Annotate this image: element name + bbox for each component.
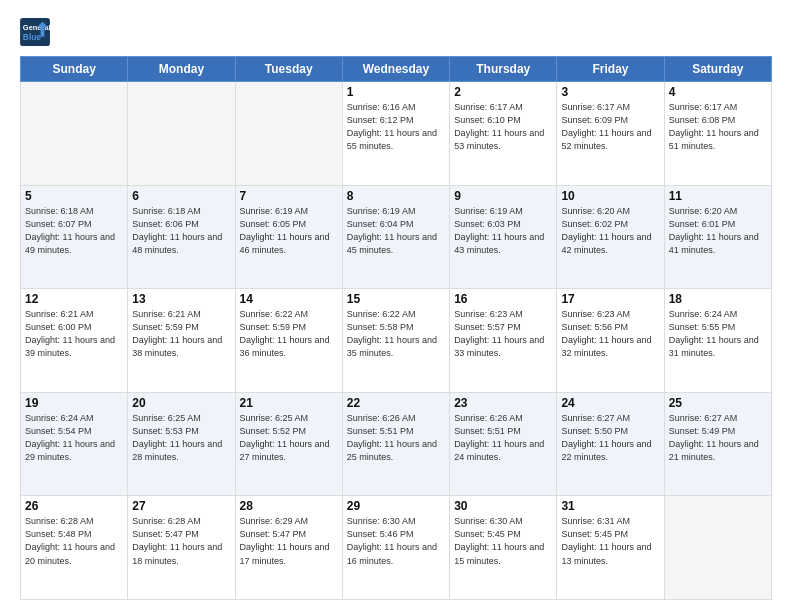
cell-info: Sunrise: 6:29 AMSunset: 5:47 PMDaylight:… <box>240 515 338 567</box>
calendar-cell: 21Sunrise: 6:25 AMSunset: 5:52 PMDayligh… <box>235 392 342 496</box>
day-number: 11 <box>669 189 767 203</box>
calendar-cell: 23Sunrise: 6:26 AMSunset: 5:51 PMDayligh… <box>450 392 557 496</box>
calendar-cell: 9Sunrise: 6:19 AMSunset: 6:03 PMDaylight… <box>450 185 557 289</box>
day-number: 17 <box>561 292 659 306</box>
day-number: 7 <box>240 189 338 203</box>
cell-info: Sunrise: 6:31 AMSunset: 5:45 PMDaylight:… <box>561 515 659 567</box>
day-number: 31 <box>561 499 659 513</box>
cell-info: Sunrise: 6:19 AMSunset: 6:05 PMDaylight:… <box>240 205 338 257</box>
calendar-cell: 13Sunrise: 6:21 AMSunset: 5:59 PMDayligh… <box>128 289 235 393</box>
day-number: 29 <box>347 499 445 513</box>
day-number: 25 <box>669 396 767 410</box>
calendar-cell: 28Sunrise: 6:29 AMSunset: 5:47 PMDayligh… <box>235 496 342 600</box>
cell-info: Sunrise: 6:17 AMSunset: 6:08 PMDaylight:… <box>669 101 767 153</box>
day-header-thursday: Thursday <box>450 57 557 82</box>
calendar-cell: 1Sunrise: 6:16 AMSunset: 6:12 PMDaylight… <box>342 82 449 186</box>
cell-info: Sunrise: 6:22 AMSunset: 5:59 PMDaylight:… <box>240 308 338 360</box>
svg-text:General: General <box>23 23 50 32</box>
svg-text:Blue: Blue <box>23 32 41 42</box>
cell-info: Sunrise: 6:26 AMSunset: 5:51 PMDaylight:… <box>347 412 445 464</box>
day-number: 10 <box>561 189 659 203</box>
cell-info: Sunrise: 6:30 AMSunset: 5:45 PMDaylight:… <box>454 515 552 567</box>
day-number: 18 <box>669 292 767 306</box>
week-row-2: 5Sunrise: 6:18 AMSunset: 6:07 PMDaylight… <box>21 185 772 289</box>
logo-icon: General Blue <box>20 18 50 46</box>
calendar-header-row: SundayMondayTuesdayWednesdayThursdayFrid… <box>21 57 772 82</box>
week-row-4: 19Sunrise: 6:24 AMSunset: 5:54 PMDayligh… <box>21 392 772 496</box>
calendar-cell: 14Sunrise: 6:22 AMSunset: 5:59 PMDayligh… <box>235 289 342 393</box>
cell-info: Sunrise: 6:20 AMSunset: 6:02 PMDaylight:… <box>561 205 659 257</box>
week-row-1: 1Sunrise: 6:16 AMSunset: 6:12 PMDaylight… <box>21 82 772 186</box>
cell-info: Sunrise: 6:19 AMSunset: 6:04 PMDaylight:… <box>347 205 445 257</box>
day-number: 6 <box>132 189 230 203</box>
calendar-cell: 22Sunrise: 6:26 AMSunset: 5:51 PMDayligh… <box>342 392 449 496</box>
calendar-cell <box>235 82 342 186</box>
cell-info: Sunrise: 6:27 AMSunset: 5:49 PMDaylight:… <box>669 412 767 464</box>
day-number: 3 <box>561 85 659 99</box>
day-number: 28 <box>240 499 338 513</box>
cell-info: Sunrise: 6:24 AMSunset: 5:54 PMDaylight:… <box>25 412 123 464</box>
calendar-cell: 24Sunrise: 6:27 AMSunset: 5:50 PMDayligh… <box>557 392 664 496</box>
calendar-cell: 19Sunrise: 6:24 AMSunset: 5:54 PMDayligh… <box>21 392 128 496</box>
day-header-friday: Friday <box>557 57 664 82</box>
day-number: 22 <box>347 396 445 410</box>
calendar-cell <box>21 82 128 186</box>
cell-info: Sunrise: 6:17 AMSunset: 6:10 PMDaylight:… <box>454 101 552 153</box>
cell-info: Sunrise: 6:21 AMSunset: 5:59 PMDaylight:… <box>132 308 230 360</box>
page: General Blue SundayMondayTuesdayWednesda… <box>0 0 792 612</box>
cell-info: Sunrise: 6:25 AMSunset: 5:53 PMDaylight:… <box>132 412 230 464</box>
day-number: 16 <box>454 292 552 306</box>
calendar-cell: 2Sunrise: 6:17 AMSunset: 6:10 PMDaylight… <box>450 82 557 186</box>
calendar-cell: 4Sunrise: 6:17 AMSunset: 6:08 PMDaylight… <box>664 82 771 186</box>
calendar-cell: 7Sunrise: 6:19 AMSunset: 6:05 PMDaylight… <box>235 185 342 289</box>
calendar-cell: 29Sunrise: 6:30 AMSunset: 5:46 PMDayligh… <box>342 496 449 600</box>
calendar-cell <box>128 82 235 186</box>
calendar-cell <box>664 496 771 600</box>
day-number: 24 <box>561 396 659 410</box>
calendar-cell: 5Sunrise: 6:18 AMSunset: 6:07 PMDaylight… <box>21 185 128 289</box>
day-number: 14 <box>240 292 338 306</box>
cell-info: Sunrise: 6:30 AMSunset: 5:46 PMDaylight:… <box>347 515 445 567</box>
calendar-cell: 11Sunrise: 6:20 AMSunset: 6:01 PMDayligh… <box>664 185 771 289</box>
day-header-monday: Monday <box>128 57 235 82</box>
day-number: 1 <box>347 85 445 99</box>
cell-info: Sunrise: 6:24 AMSunset: 5:55 PMDaylight:… <box>669 308 767 360</box>
calendar-cell: 16Sunrise: 6:23 AMSunset: 5:57 PMDayligh… <box>450 289 557 393</box>
cell-info: Sunrise: 6:20 AMSunset: 6:01 PMDaylight:… <box>669 205 767 257</box>
calendar-cell: 25Sunrise: 6:27 AMSunset: 5:49 PMDayligh… <box>664 392 771 496</box>
cell-info: Sunrise: 6:21 AMSunset: 6:00 PMDaylight:… <box>25 308 123 360</box>
calendar-cell: 30Sunrise: 6:30 AMSunset: 5:45 PMDayligh… <box>450 496 557 600</box>
day-number: 2 <box>454 85 552 99</box>
calendar-cell: 10Sunrise: 6:20 AMSunset: 6:02 PMDayligh… <box>557 185 664 289</box>
cell-info: Sunrise: 6:25 AMSunset: 5:52 PMDaylight:… <box>240 412 338 464</box>
calendar-cell: 15Sunrise: 6:22 AMSunset: 5:58 PMDayligh… <box>342 289 449 393</box>
day-header-wednesday: Wednesday <box>342 57 449 82</box>
logo: General Blue <box>20 18 50 46</box>
cell-info: Sunrise: 6:23 AMSunset: 5:57 PMDaylight:… <box>454 308 552 360</box>
calendar-cell: 26Sunrise: 6:28 AMSunset: 5:48 PMDayligh… <box>21 496 128 600</box>
calendar-cell: 3Sunrise: 6:17 AMSunset: 6:09 PMDaylight… <box>557 82 664 186</box>
calendar-table: SundayMondayTuesdayWednesdayThursdayFrid… <box>20 56 772 600</box>
calendar-cell: 20Sunrise: 6:25 AMSunset: 5:53 PMDayligh… <box>128 392 235 496</box>
cell-info: Sunrise: 6:28 AMSunset: 5:48 PMDaylight:… <box>25 515 123 567</box>
day-header-saturday: Saturday <box>664 57 771 82</box>
calendar-cell: 31Sunrise: 6:31 AMSunset: 5:45 PMDayligh… <box>557 496 664 600</box>
day-header-tuesday: Tuesday <box>235 57 342 82</box>
day-number: 8 <box>347 189 445 203</box>
day-number: 21 <box>240 396 338 410</box>
day-number: 26 <box>25 499 123 513</box>
day-number: 9 <box>454 189 552 203</box>
cell-info: Sunrise: 6:23 AMSunset: 5:56 PMDaylight:… <box>561 308 659 360</box>
cell-info: Sunrise: 6:17 AMSunset: 6:09 PMDaylight:… <box>561 101 659 153</box>
day-number: 23 <box>454 396 552 410</box>
calendar-cell: 12Sunrise: 6:21 AMSunset: 6:00 PMDayligh… <box>21 289 128 393</box>
calendar-cell: 17Sunrise: 6:23 AMSunset: 5:56 PMDayligh… <box>557 289 664 393</box>
header: General Blue <box>20 18 772 46</box>
cell-info: Sunrise: 6:19 AMSunset: 6:03 PMDaylight:… <box>454 205 552 257</box>
cell-info: Sunrise: 6:16 AMSunset: 6:12 PMDaylight:… <box>347 101 445 153</box>
day-number: 30 <box>454 499 552 513</box>
week-row-3: 12Sunrise: 6:21 AMSunset: 6:00 PMDayligh… <box>21 289 772 393</box>
day-number: 5 <box>25 189 123 203</box>
cell-info: Sunrise: 6:22 AMSunset: 5:58 PMDaylight:… <box>347 308 445 360</box>
day-number: 12 <box>25 292 123 306</box>
